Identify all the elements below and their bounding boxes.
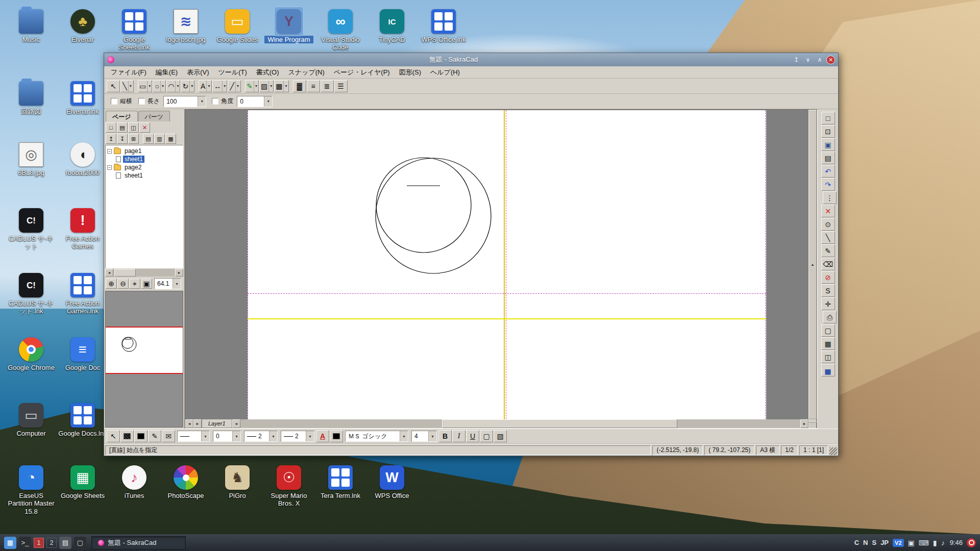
tab-parts[interactable]: パーツ — [138, 111, 170, 121]
desktop-icon-google-sheets-lnk[interactable]: Google Sheets.lnk — [110, 9, 159, 52]
text-tool-button[interactable]: A▾ — [199, 80, 212, 92]
ime-status-c[interactable]: C — [854, 539, 859, 546]
dropdown-arrow-icon[interactable]: ▾ — [160, 81, 164, 92]
zoom-in-button[interactable]: ⊕ — [106, 279, 117, 289]
dropdown-arrow-icon[interactable]: ▾ — [264, 96, 272, 107]
pen-style-button[interactable]: ✎ — [148, 430, 161, 442]
angle-checkbox[interactable] — [212, 98, 218, 105]
dropdown-arrow-icon[interactable]: ▾ — [206, 81, 210, 92]
dropdown-arrow-icon[interactable]: ▾ — [173, 279, 181, 289]
desktop-icon-logo-bsch-jpg[interactable]: ≋logo-bsch.jpg — [161, 9, 210, 43]
desktop-icon-cadlus[interactable]: C!CADLUS サ-キット — [7, 208, 56, 251]
bold-button[interactable]: B — [438, 430, 452, 442]
line-tool-button[interactable]: ╲▾ — [120, 80, 134, 92]
dots-button[interactable]: ⋮ — [823, 191, 837, 204]
circle-tool-button[interactable]: ○▾ — [153, 80, 166, 92]
task-button-sakracad[interactable]: 無題 - SakraCad — [91, 536, 186, 549]
menu-item-2[interactable]: 表示(V) — [182, 67, 213, 78]
hscroll-left-button[interactable]: ◄ — [232, 419, 240, 428]
desktop-icon-6bl8-jpg[interactable]: ◎6BL8.jpg — [7, 142, 56, 177]
desktop-icon-cadlus-lnk[interactable]: C!CADLUS サ-キット.lnk — [7, 273, 56, 315]
length-checkbox[interactable] — [138, 98, 145, 105]
desktop-icon-tinycad[interactable]: ICTinyCAD — [368, 9, 416, 43]
move-down-button[interactable]: ↧ — [117, 134, 128, 144]
tree-scroll-left-button[interactable]: ◄ — [105, 269, 113, 277]
dropdown-arrow-icon[interactable]: ▾ — [306, 431, 314, 441]
line-draw-button[interactable]: ╲ — [821, 231, 835, 244]
cross-move-button[interactable]: ✛ — [821, 297, 835, 310]
select-tool-button[interactable]: ↖ — [107, 80, 120, 92]
menu-item-8[interactable]: ヘルプ(H) — [426, 67, 464, 78]
hscroll-right-button[interactable]: ► — [800, 419, 808, 428]
open-file-button[interactable]: ⊡ — [821, 125, 835, 138]
hatch-tool-button[interactable]: ▨▾ — [259, 80, 274, 92]
maximize-button[interactable]: ∧ — [815, 55, 825, 64]
terminal-button[interactable]: >_ — [19, 537, 31, 549]
angle-combo[interactable]: 0 ▾ — [237, 96, 273, 107]
menu-button[interactable]: ▦ — [4, 537, 16, 549]
hscroll-thumb[interactable] — [442, 419, 677, 428]
dropdown-arrow-icon[interactable]: ▾ — [198, 96, 206, 107]
tree-scroll-track[interactable] — [113, 269, 175, 277]
tree-scroll-thumb[interactable] — [114, 269, 135, 277]
dropdown-arrow-icon[interactable]: ▾ — [201, 431, 209, 441]
desktop-icon-easeus-partition-master[interactable]: ◔EaseUS Partition Master 15.8 — [7, 465, 56, 515]
dropdown-arrow-icon[interactable]: ▾ — [268, 81, 272, 92]
dropdown-arrow-icon[interactable]: ▾ — [269, 431, 277, 441]
tab-page[interactable]: ページ — [106, 111, 138, 121]
rect-tool-button[interactable]: ▭▾ — [138, 80, 152, 92]
workspace-2[interactable]: 2 — [46, 538, 57, 548]
desktop-icon-elvenar-lnk[interactable]: Elvenar.lnk — [58, 81, 107, 115]
layer-list-button-2[interactable]: ≣ — [321, 80, 334, 92]
font-combo[interactable]: ＭＳ ゴシック ▾ — [345, 431, 408, 442]
ime-status-s[interactable]: S — [872, 539, 876, 546]
menu-item-0[interactable]: ファイル(F) — [106, 67, 151, 78]
sheet-list-button-3[interactable]: ▦ — [165, 134, 176, 144]
desktop-icon-google-chrome[interactable]: Google Chrome — [7, 337, 56, 371]
italic-button[interactable]: I — [452, 430, 465, 442]
save-file-button[interactable]: ▣ — [821, 138, 835, 151]
font-size-combo[interactable]: 4 ▾ — [411, 431, 437, 442]
aspect-checkbox[interactable] — [111, 98, 117, 105]
menu-item-4[interactable]: 書式(O) — [252, 67, 284, 78]
gradient-button[interactable]: ▓ — [293, 80, 306, 92]
tree-node-3[interactable]: sheet1 — [106, 171, 183, 180]
desktop-icon-wps-office-lnk[interactable]: WPS Office.lnk — [419, 9, 468, 43]
show-desktop-button[interactable]: ▢ — [74, 537, 86, 549]
sheet-prev-button[interactable]: ◄ — [185, 419, 193, 428]
zoom-select-button[interactable]: ⌖ — [129, 279, 140, 289]
notification-tray-icon[interactable]: ▮ — [933, 539, 937, 547]
menu-item-7[interactable]: 図形(S) — [395, 67, 426, 78]
resize-grip[interactable] — [829, 447, 837, 455]
titlebar[interactable]: 無題 - SakraCad ↥ ∨ ∧ ✕ — [104, 53, 838, 66]
tree-node-0[interactable]: −page1 — [106, 147, 183, 155]
dropdown-arrow-icon[interactable]: ▾ — [232, 431, 240, 441]
desktop-icon-elvenar[interactable]: ♣Elvenar — [58, 9, 107, 43]
desktop-icon-visual-studio-code[interactable]: ∞Visual Studio Code — [316, 9, 365, 52]
minimize-button[interactable]: ∨ — [803, 55, 813, 64]
desktop-icon-google-sheets[interactable]: ▦Google Sheets — [58, 465, 107, 499]
trim-tool-button[interactable]: ╱▾ — [228, 80, 241, 92]
page-view-button[interactable]: ▢ — [821, 324, 835, 337]
desktop-icon-itunes[interactable]: ♪iTunes — [110, 465, 159, 499]
hscroll-track[interactable] — [240, 419, 800, 428]
dimension-tool-button[interactable]: ↔▾ — [212, 80, 227, 92]
hatch-style-button[interactable]: ▧ — [494, 430, 507, 442]
dropdown-arrow-icon[interactable]: ▾ — [428, 431, 436, 441]
dropdown-arrow-icon[interactable]: ▾ — [283, 81, 287, 92]
line-width-combo-2[interactable]: 2 ▾ — [281, 431, 314, 442]
shade-button[interactable]: ↥ — [791, 55, 801, 64]
tree-expander-icon[interactable]: − — [107, 149, 112, 154]
canvas[interactable]: ▲ ▼ ◄ ► Layer1 ◄ ► — [185, 109, 818, 429]
dropdown-arrow-icon[interactable]: ▾ — [147, 81, 151, 92]
move-up-button[interactable]: ↥ — [106, 134, 116, 144]
page-setup-button[interactable]: ▤ — [821, 152, 835, 164]
ime-status-jp[interactable]: JP — [880, 539, 889, 546]
pen-width-combo[interactable]: 0 ▾ — [213, 431, 241, 442]
close-button[interactable]: ✕ — [826, 56, 835, 64]
tree-expander-icon[interactable]: − — [107, 165, 112, 170]
desktop-icon-kairozu[interactable]: 回路図 — [7, 81, 56, 115]
grid-view-button[interactable]: ▦ — [821, 337, 835, 350]
drawing-page[interactable] — [248, 110, 766, 421]
line-color-button[interactable] — [134, 430, 148, 442]
